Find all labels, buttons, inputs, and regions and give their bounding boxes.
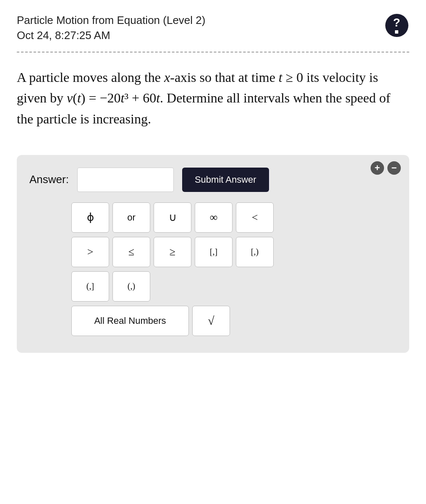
answer-row: Answer: Submit Answer (29, 168, 397, 192)
open-interval-key[interactable]: (,) (112, 271, 150, 302)
help-square-icon (395, 30, 398, 34)
all-real-numbers-key[interactable]: All Real Numbers (71, 306, 189, 336)
keypad-row-1: ϕ or ∪ ∞ < (71, 202, 397, 233)
union-key[interactable]: ∪ (154, 202, 191, 233)
less-equal-key[interactable]: ≤ (112, 237, 150, 267)
page-container: Particle Motion from Equation (Level 2) … (0, 0, 426, 504)
phi-key[interactable]: ϕ (71, 202, 109, 233)
keypad-row-4: All Real Numbers √ (71, 306, 397, 336)
closed-interval-key[interactable]: [,] (195, 237, 233, 267)
keypad-section: ϕ or ∪ ∞ < > ≤ ≥ [,] [,) (,] (,) All R (71, 202, 397, 336)
plus-button[interactable]: + (371, 161, 384, 175)
help-icon-container[interactable]: ? (384, 13, 409, 38)
answer-panel: + − Answer: Submit Answer ϕ or ∪ ∞ < > ≤… (17, 155, 409, 353)
question-mark-icon: ? (393, 17, 400, 29)
velocity-function: v (67, 90, 73, 105)
section-divider (17, 52, 409, 52)
problem-text: A particle moves along the x-axis so tha… (17, 67, 409, 130)
title-line1: Particle Motion from Equation (Level 2) (17, 13, 205, 28)
answer-label: Answer: (29, 173, 69, 186)
title-line2: Oct 24, 8:27:25 AM (17, 28, 205, 43)
half-open-left-key[interactable]: [,) (236, 237, 274, 267)
help-icon[interactable]: ? (385, 14, 408, 37)
t-variable: t (279, 70, 282, 85)
greater-equal-key[interactable]: ≥ (154, 237, 191, 267)
header-section: Particle Motion from Equation (Level 2) … (17, 13, 409, 43)
less-than-key[interactable]: < (236, 202, 274, 233)
header-text: Particle Motion from Equation (Level 2) … (17, 13, 205, 43)
answer-input[interactable] (77, 168, 174, 192)
half-open-right-key[interactable]: (,] (71, 271, 109, 302)
keypad-row-2: > ≤ ≥ [,] [,) (71, 237, 397, 267)
greater-than-key[interactable]: > (71, 237, 109, 267)
infinity-key[interactable]: ∞ (195, 202, 233, 233)
panel-top-icons: + − (371, 161, 401, 175)
keypad-row-3: (,] (,) (71, 271, 397, 302)
submit-button[interactable]: Submit Answer (182, 168, 269, 192)
x-axis-text: x (164, 70, 170, 85)
or-key[interactable]: or (112, 202, 150, 233)
minus-button[interactable]: − (387, 161, 401, 175)
sqrt-key[interactable]: √ (192, 306, 230, 336)
